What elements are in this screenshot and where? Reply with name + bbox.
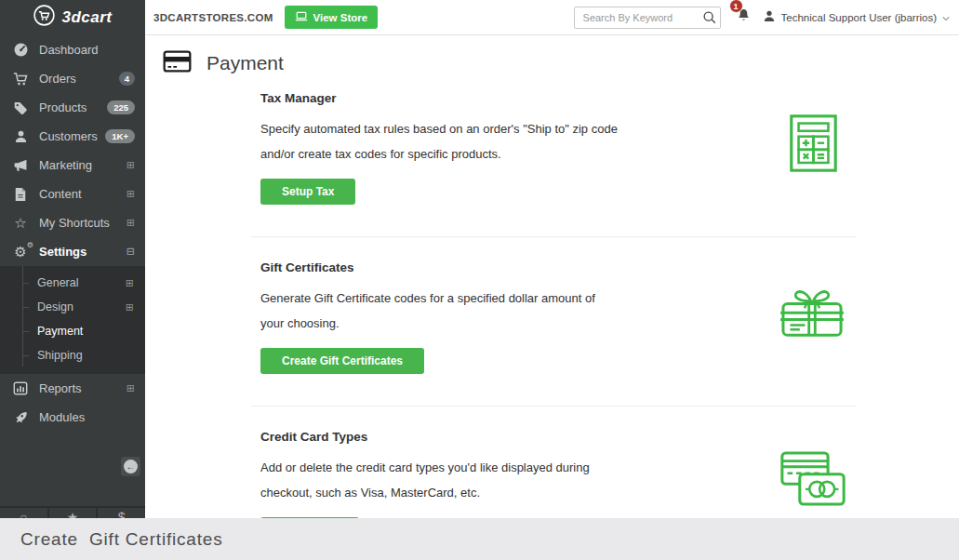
section-title: Tax Manager bbox=[260, 91, 857, 105]
app-window: 3dcart 3DCARTSTORES.COM View Store 1 bbox=[0, 0, 959, 560]
submenu-item-label: Payment bbox=[37, 325, 83, 338]
megaphone-icon bbox=[12, 158, 29, 173]
expand-plus-icon[interactable]: ⊞ bbox=[127, 189, 135, 199]
person-icon bbox=[12, 129, 29, 144]
sidebar-item-label: My Shortcuts bbox=[39, 216, 127, 230]
sidebar-item-marketing[interactable]: Marketing ⊞ bbox=[0, 151, 145, 180]
search-input[interactable] bbox=[574, 7, 721, 29]
cart-icon bbox=[12, 72, 29, 87]
customers-count-badge: 1K+ bbox=[105, 129, 135, 143]
expand-minus-icon[interactable]: ⊟ bbox=[127, 247, 135, 257]
sidebar-item-label: Reports bbox=[39, 381, 127, 395]
search-icon[interactable]: ○ bbox=[0, 508, 47, 518]
sidebar-item-settings[interactable]: ⚙ ⚙ Settings ⊟ bbox=[0, 237, 145, 266]
sidebar-nav: Dashboard Orders 4 Products 225 Customer… bbox=[0, 35, 145, 518]
create-gift-certificates-button[interactable]: Create Gift Certificates bbox=[260, 348, 424, 374]
submenu-item-payment[interactable]: Payment bbox=[0, 319, 145, 343]
credit-card-icon bbox=[163, 49, 192, 77]
submenu-item-label: General bbox=[37, 276, 78, 289]
sidebar-item-label: Modules bbox=[39, 410, 135, 424]
sidebar-item-label: Settings bbox=[39, 245, 127, 259]
logo[interactable]: 3dcart bbox=[0, 0, 145, 35]
sidebar-item-my-shortcuts[interactable]: ☆ My Shortcuts ⊞ bbox=[0, 208, 145, 237]
logo-text: 3dcart bbox=[61, 8, 112, 27]
section-credit-card-types: Credit Card Types Add or delete the cred… bbox=[260, 430, 857, 518]
view-store-label: View Store bbox=[313, 12, 368, 23]
section-title: Gift Certificates bbox=[260, 260, 857, 274]
notifications-button[interactable]: 1 bbox=[737, 7, 751, 27]
page-title: Payment bbox=[206, 52, 284, 74]
search-area bbox=[574, 7, 721, 29]
monitor-icon bbox=[295, 11, 308, 23]
section-divider bbox=[251, 236, 857, 237]
search-icon[interactable] bbox=[702, 10, 717, 28]
view-store-button[interactable]: View Store bbox=[285, 6, 379, 29]
star-icon[interactable]: ★ bbox=[47, 508, 97, 518]
main-content: Payment Tax Manager Specify automated ta… bbox=[145, 35, 959, 518]
arrow-left-icon: ← bbox=[124, 460, 138, 473]
sidebar-item-label: Content bbox=[39, 187, 127, 201]
sidebar-item-label: Marketing bbox=[39, 158, 127, 172]
sidebar-collapse-button[interactable]: ← bbox=[121, 457, 140, 476]
sidebar-item-orders[interactable]: Orders 4 bbox=[0, 64, 145, 93]
products-count-badge: 225 bbox=[107, 100, 135, 114]
dollar-icon[interactable]: $ bbox=[96, 508, 145, 518]
sidebar-item-label: Orders bbox=[39, 72, 119, 86]
section-gift-certificates: Gift Certificates Generate Gift Certific… bbox=[260, 260, 857, 374]
sidebar-item-label: Products bbox=[39, 100, 107, 114]
submenu-item-label: Design bbox=[37, 300, 73, 313]
caption-text: Create Gift Certificates bbox=[20, 529, 222, 550]
sidebar-item-customers[interactable]: Customers 1K+ bbox=[0, 122, 145, 151]
section-title: Credit Card Types bbox=[260, 430, 857, 444]
rocket-icon bbox=[12, 410, 29, 425]
cart-logo-icon bbox=[33, 4, 56, 31]
setup-tax-button[interactable]: Setup Tax bbox=[260, 179, 355, 205]
section-divider bbox=[251, 406, 857, 407]
store-domain: 3DCARTSTORES.COM bbox=[153, 12, 273, 23]
sidebar-footer-toolbar: ○ ★ $ bbox=[0, 506, 145, 518]
orders-count-badge: 4 bbox=[119, 72, 135, 86]
credit-cards-icon bbox=[779, 450, 846, 511]
gauge-icon bbox=[12, 42, 29, 58]
submenu-item-label: Shipping bbox=[37, 349, 83, 362]
submenu-item-general[interactable]: General ⊞ bbox=[0, 271, 145, 295]
sidebar-item-content[interactable]: Content ⊞ bbox=[0, 180, 145, 208]
star-icon: ☆ bbox=[12, 216, 29, 230]
expand-plus-icon[interactable]: ⊞ bbox=[126, 278, 134, 288]
gears-icon: ⚙ ⚙ bbox=[12, 245, 29, 259]
sidebar-item-modules[interactable]: Modules bbox=[0, 403, 145, 432]
notification-count-badge: 1 bbox=[729, 0, 743, 13]
user-label: Technical Support User (jbarrios) bbox=[781, 12, 937, 23]
expand-plus-icon[interactable]: ⊞ bbox=[127, 383, 135, 393]
sidebar-item-label: Customers bbox=[39, 129, 105, 143]
user-icon bbox=[763, 9, 776, 25]
user-menu[interactable]: Technical Support User (jbarrios) bbox=[763, 9, 950, 25]
chevron-down-icon bbox=[942, 12, 950, 23]
section-description: Generate Gift Certificate codes for a sp… bbox=[260, 286, 633, 336]
document-icon bbox=[12, 187, 29, 202]
sidebar-item-products[interactable]: Products 225 bbox=[0, 93, 145, 122]
settings-submenu: General ⊞ Design ⊞ Payment Shipping bbox=[0, 266, 145, 374]
section-description: Specify automated tax rules based on an … bbox=[260, 116, 633, 167]
submenu-item-shipping[interactable]: Shipping bbox=[0, 343, 145, 367]
top-bar: 3dcart 3DCARTSTORES.COM View Store 1 bbox=[0, 0, 959, 35]
gift-icon bbox=[779, 281, 846, 344]
sidebar-item-dashboard[interactable]: Dashboard bbox=[0, 35, 145, 64]
section-tax-manager: Tax Manager Specify automated tax rules … bbox=[260, 91, 857, 205]
expand-plus-icon[interactable]: ⊞ bbox=[127, 218, 135, 228]
bottom-caption-bar: Create Gift Certificates bbox=[0, 518, 959, 560]
page-header: Payment bbox=[145, 35, 959, 77]
expand-plus-icon[interactable]: ⊞ bbox=[127, 160, 135, 170]
sidebar-item-label: Dashboard bbox=[39, 43, 135, 57]
tags-icon bbox=[12, 100, 29, 115]
sidebar-item-reports[interactable]: Reports ⊞ bbox=[0, 374, 145, 403]
submenu-item-design[interactable]: Design ⊞ bbox=[0, 295, 145, 319]
calculator-icon bbox=[789, 114, 838, 176]
bar-chart-icon bbox=[12, 381, 29, 395]
section-description: Add or delete the credit card types you'… bbox=[260, 455, 633, 505]
expand-plus-icon[interactable]: ⊞ bbox=[126, 302, 134, 313]
